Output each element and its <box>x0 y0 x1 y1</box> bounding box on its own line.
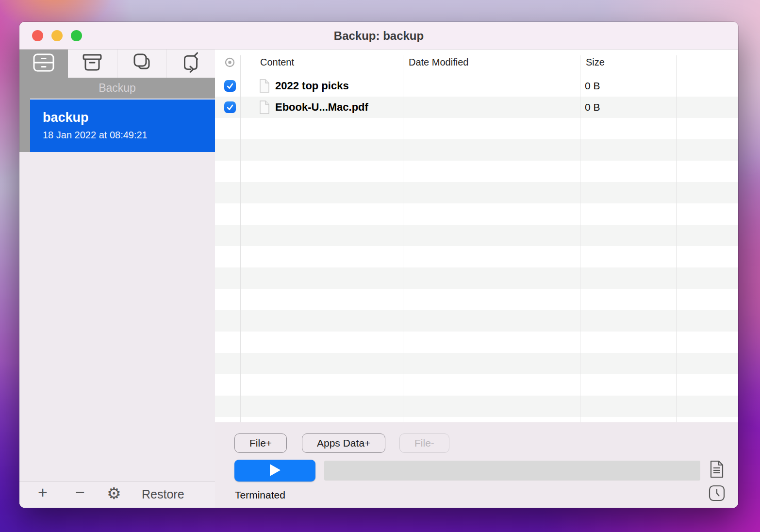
row-size-value: 0 B <box>585 75 600 97</box>
row-size-value: 0 B <box>585 97 600 118</box>
backup-app-window: Backup: backup <box>19 22 738 508</box>
document-file-icon <box>259 79 270 95</box>
bottom-panel: File+ Apps Data+ File- Terminated <box>215 422 738 508</box>
add-backup-button[interactable]: + <box>38 483 48 502</box>
sidebar-gutter <box>19 99 30 152</box>
column-header-date-modified[interactable]: Date Modified <box>409 50 468 75</box>
row-content-label: 2022 top picks <box>275 75 349 97</box>
copy-squares-icon <box>131 52 153 75</box>
sidebar-section-header: Backup <box>19 78 215 99</box>
document-file-icon <box>259 100 270 116</box>
status-label: Terminated <box>235 489 285 501</box>
play-icon <box>269 464 281 478</box>
tab-clone[interactable] <box>117 50 166 78</box>
row-checkbox-checked[interactable] <box>224 80 236 92</box>
archive-box-icon <box>81 52 103 75</box>
settings-gear-icon[interactable]: ⚙ <box>107 484 121 503</box>
tab-sync[interactable] <box>166 50 215 78</box>
file-add-button[interactable]: File+ <box>234 433 287 453</box>
column-header-content[interactable]: Content <box>260 50 294 75</box>
backup-item-name: backup <box>43 110 215 125</box>
target-circle-icon <box>225 57 235 69</box>
table-row[interactable]: Ebook-U...Mac.pdf 0 B <box>215 97 738 118</box>
backup-list-item[interactable]: backup 18 Jan 2022 at 08:49:21 <box>30 100 215 152</box>
file-remove-button-disabled[interactable]: File- <box>399 433 449 453</box>
sync-cycle-icon <box>180 51 202 76</box>
remove-backup-button[interactable]: − <box>75 483 85 502</box>
desktop-background: Backup: backup <box>0 0 760 532</box>
row-content-label: Ebook-U...Mac.pdf <box>275 97 368 118</box>
row-checkbox-checked[interactable] <box>224 101 236 113</box>
backup-item-date: 18 Jan 2022 at 08:49:21 <box>43 130 215 141</box>
restore-button[interactable]: Restore <box>142 487 184 501</box>
sidebar-tabbar <box>19 50 215 78</box>
main-content: Content Date Modified Size <box>215 50 738 508</box>
window-titlebar: Backup: backup <box>19 22 738 50</box>
schedule-clock-icon[interactable] <box>708 484 726 503</box>
progress-bar <box>324 461 700 481</box>
apps-data-add-button[interactable]: Apps Data+ <box>302 433 385 453</box>
zoom-window-button[interactable] <box>71 30 82 41</box>
sidebar-footer: + − ⚙ Restore <box>19 482 215 508</box>
tab-backups[interactable] <box>19 50 68 78</box>
start-backup-button[interactable] <box>234 460 315 482</box>
minimize-window-button[interactable] <box>51 30 63 41</box>
close-window-button[interactable] <box>32 30 43 41</box>
window-title: Backup: backup <box>19 22 738 50</box>
sidebar: Backup backup 18 Jan 2022 at 08:49:21 + … <box>19 50 215 508</box>
table-body: 2022 top picks 0 B <box>215 75 738 422</box>
table-header: Content Date Modified Size <box>215 50 738 75</box>
drawer-stack-icon <box>33 52 55 75</box>
empty-rows-stripes <box>215 118 738 422</box>
traffic-lights <box>32 30 82 41</box>
tab-archive[interactable] <box>68 50 117 78</box>
log-document-icon[interactable] <box>708 460 726 480</box>
table-row[interactable]: 2022 top picks 0 B <box>215 75 738 97</box>
column-header-size[interactable]: Size <box>586 50 605 75</box>
